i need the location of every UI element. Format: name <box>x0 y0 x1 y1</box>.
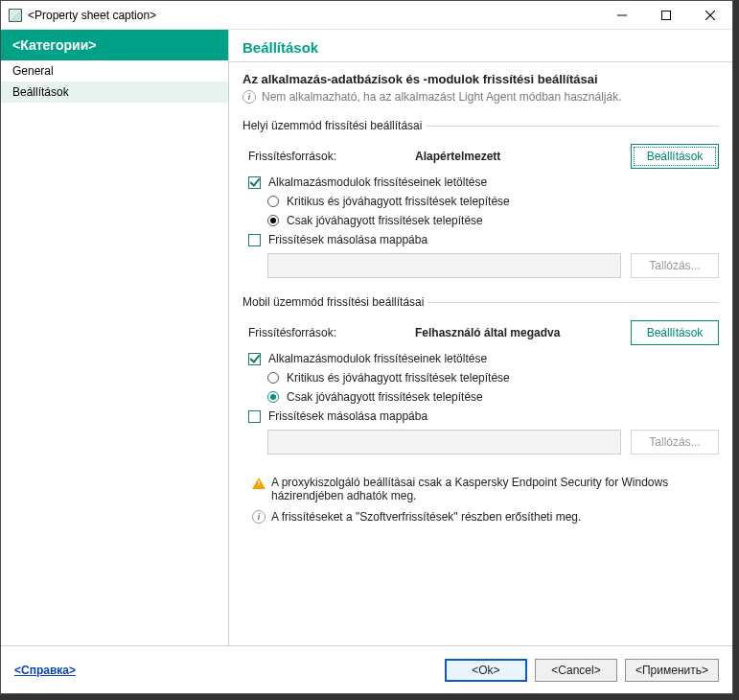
cancel-button[interactable]: <Cancel> <box>535 659 617 682</box>
mobile-radio-approved-only[interactable]: Csak jóváhagyott frissítések telepítése <box>242 387 719 407</box>
local-radio-approved-only[interactable]: Csak jóváhagyott frissítések telepítése <box>242 211 719 230</box>
checkbox-checked-icon <box>248 176 261 189</box>
local-path-input <box>267 253 621 278</box>
local-download-modules-checkbox-row[interactable]: Alkalmazásmodulok frissítéseinek letölté… <box>242 173 719 192</box>
radio-label: Csak jóváhagyott frissítések telepítése <box>287 214 483 227</box>
checkbox-label: Alkalmazásmodulok frissítéseinek letölté… <box>268 175 487 189</box>
sidebar: <Категории> General Beállítások <box>1 30 229 645</box>
software-updates-text: A frissítéseket a "Szoftverfrissítések" … <box>271 510 719 524</box>
radio-selected-icon <box>267 215 279 226</box>
window-controls <box>600 1 732 29</box>
page-title: Beállítások <box>229 30 732 62</box>
local-radio-critical-approved[interactable]: Kritikus és jóváhagyott frissítések tele… <box>242 192 719 211</box>
button-label: Tallózás... <box>649 435 700 449</box>
mobile-download-modules-checkbox-row[interactable]: Alkalmazásmodulok frissítéseinek letölté… <box>242 349 719 368</box>
mobile-path-row: Tallózás... <box>242 426 719 458</box>
sidebar-item-label: Beállítások <box>12 85 69 99</box>
sidebar-item-label: General <box>12 64 54 78</box>
sidebar-item-general[interactable]: General <box>1 60 228 82</box>
checkbox-unchecked-icon <box>248 410 261 423</box>
button-label: <Ok> <box>472 664 499 677</box>
checkbox-label: Frissítések másolása mappába <box>268 409 427 423</box>
group-mobile-legend: Mobil üzemmód frissítési beállításai <box>242 295 427 309</box>
button-label: <Применить> <box>635 664 708 677</box>
button-label: Tallózás... <box>649 259 700 272</box>
main-panel: Beállítások Az alkalmazás-adatbázisok és… <box>229 30 732 645</box>
group-local-mode: Helyi üzemmód frissítési beállításai Fri… <box>242 119 719 286</box>
radio-label: Kritikus és jóváhagyott frissítések tele… <box>287 371 510 385</box>
footer: <Справка> <Ok> <Cancel> <Применить> <box>1 645 732 693</box>
mobile-sources-value: Felhasználó által megadva <box>415 326 631 339</box>
window: <Property sheet caption> <Категории> Gen… <box>0 0 733 694</box>
radio-unselected-icon <box>267 372 279 384</box>
app-icon <box>9 9 22 22</box>
radio-unselected-icon <box>267 196 279 207</box>
mobile-copy-to-folder-checkbox-row[interactable]: Frissítések másolása mappába <box>242 407 719 426</box>
titlebar: <Property sheet caption> <box>1 1 732 30</box>
close-button[interactable] <box>688 1 732 29</box>
group-mobile-mode: Mobil üzemmód frissítési beállításai Fri… <box>242 295 719 462</box>
mobile-sources-label: Frissítésforrások: <box>242 326 415 339</box>
local-copy-to-folder-checkbox-row[interactable]: Frissítések másolása mappába <box>242 230 719 249</box>
radio-label: Csak jóváhagyott frissítések telepítése <box>287 390 483 404</box>
local-sources-value: Alapértelmezett <box>415 150 631 163</box>
radio-label: Kritikus és jóváhagyott frissítések tele… <box>287 195 510 208</box>
minimize-button[interactable] <box>600 1 644 29</box>
local-sources-row: Frissítésforrások: Alapértelmezett Beáll… <box>242 140 719 173</box>
help-link[interactable]: <Справка> <box>14 664 76 677</box>
group-local-legend: Helyi üzemmód frissítési beállításai <box>242 119 426 132</box>
mobile-browse-button: Tallózás... <box>631 430 719 455</box>
not-applicable-text: Nem alkalmazható, ha az alkalmazást Ligh… <box>262 90 622 104</box>
maximize-button[interactable] <box>644 1 688 29</box>
ok-button[interactable]: <Ok> <box>445 659 527 682</box>
button-label: <Cancel> <box>551 664 600 677</box>
checkbox-checked-icon <box>248 353 261 365</box>
mobile-radio-critical-approved[interactable]: Kritikus és jóváhagyott frissítések tele… <box>242 368 719 387</box>
proxy-warning-text: A proxykiszolgáló beállításai csak a Kas… <box>271 476 719 502</box>
proxy-warning-row: A proxykiszolgáló beállításai csak a Kas… <box>229 472 732 506</box>
button-label: Beállítások <box>647 326 704 339</box>
checkbox-label: Frissítések másolása mappába <box>268 233 427 246</box>
sidebar-header: <Категории> <box>1 30 228 60</box>
content-area: <Категории> General Beállítások Beállítá… <box>1 30 732 645</box>
local-settings-button[interactable]: Beállítások <box>631 144 719 169</box>
window-title: <Property sheet caption> <box>28 9 600 22</box>
mobile-path-input <box>267 430 621 455</box>
checkbox-unchecked-icon <box>248 234 261 246</box>
section-heading: Az alkalmazás-adatbázisok és -modulok fr… <box>229 66 732 86</box>
info-icon: i <box>252 510 266 524</box>
warning-icon <box>252 478 266 489</box>
local-browse-button: Tallózás... <box>631 253 719 278</box>
apply-button[interactable]: <Применить> <box>625 659 719 682</box>
mobile-sources-row: Frissítésforrások: Felhasználó által meg… <box>242 316 719 349</box>
software-updates-note-row: i A frissítéseket a "Szoftverfrissítések… <box>229 506 732 527</box>
local-sources-label: Frissítésforrások: <box>242 150 415 163</box>
checkbox-label: Alkalmazásmodulok frissítéseinek letölté… <box>268 352 487 365</box>
button-label: Beállítások <box>647 150 704 163</box>
svg-rect-1 <box>662 11 671 19</box>
not-applicable-note: i Nem alkalmazható, ha az alkalmazást Li… <box>229 86 732 113</box>
mobile-settings-button[interactable]: Beállítások <box>631 320 719 345</box>
local-path-row: Tallózás... <box>242 249 719 282</box>
radio-selected-icon <box>267 391 279 403</box>
help-link-label: <Справка> <box>14 664 76 677</box>
info-icon: i <box>242 90 256 104</box>
sidebar-item-settings[interactable]: Beállítások <box>1 82 228 103</box>
